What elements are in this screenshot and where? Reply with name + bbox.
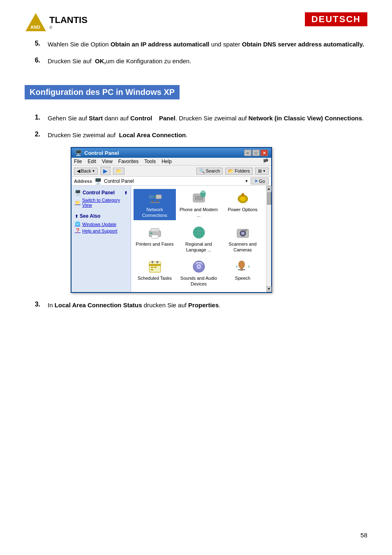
address-label: Address bbox=[74, 179, 92, 184]
cp-minimize-button[interactable]: − bbox=[244, 150, 251, 156]
cp-logo-flag: 🏴 bbox=[263, 159, 269, 164]
menu-tools[interactable]: Tools bbox=[144, 159, 156, 164]
cp-toolbar: ◀ Back ▼ ▶ 📁 🔍 Search 📂 Folders ⊞ ▼ bbox=[71, 166, 271, 177]
back-dropdown-icon: ▼ bbox=[92, 169, 95, 173]
logo-registered: ® bbox=[49, 25, 88, 30]
folders-button[interactable]: 📂 Folders bbox=[225, 168, 253, 175]
cp-item-regional-language[interactable]: Regional and Language ... bbox=[178, 223, 220, 255]
svg-rect-38 bbox=[239, 261, 244, 268]
windows-update-link[interactable]: 🌐 Windows Update bbox=[75, 221, 127, 227]
help-icon: ❓ bbox=[75, 228, 81, 233]
scroll-thumb[interactable] bbox=[267, 192, 271, 205]
step-2: 2. Drucken Sie zweimal auf Local Area Co… bbox=[25, 130, 367, 140]
svg-rect-31 bbox=[149, 264, 161, 266]
svg-rect-30 bbox=[157, 261, 158, 263]
cp-sidebar-icon: 🖥️ bbox=[75, 190, 81, 196]
sounds-audio-label: Sounds and Audio Devices bbox=[179, 275, 218, 287]
svg-rect-8 bbox=[155, 202, 160, 203]
svg-rect-18 bbox=[150, 233, 152, 234]
back-label: Back bbox=[81, 168, 91, 173]
menu-help[interactable]: Help bbox=[161, 159, 172, 164]
cp-item-power-options[interactable]: Power Options bbox=[221, 189, 264, 220]
scroll-up-button[interactable]: ▲ bbox=[267, 186, 272, 191]
step-2-text: Drucken Sie zweimal auf Local Area Conne… bbox=[48, 130, 367, 140]
forward-button[interactable]: ▶ bbox=[100, 167, 111, 175]
cp-menubar: File Edit View Favorites Tools Help 🏴 bbox=[71, 158, 271, 166]
scheduled-tasks-icon bbox=[148, 259, 162, 274]
step-5-text: Wahlen Sie die Option Obtain an IP addre… bbox=[48, 39, 367, 49]
switch-category-view-link[interactable]: 📁 Switch to Category View bbox=[75, 198, 127, 207]
step-5-number: 5. bbox=[25, 39, 40, 47]
svg-rect-2 bbox=[148, 195, 154, 199]
cp-item-printers-faxes[interactable]: Printers and Faxes bbox=[134, 223, 176, 255]
control-panel-window: 🖥️ Control Panel − □ ✕ File Edit View Fa… bbox=[71, 147, 272, 293]
cp-close-button[interactable]: ✕ bbox=[261, 150, 268, 156]
step-6-number: 6. bbox=[25, 56, 40, 64]
svg-rect-40 bbox=[238, 269, 245, 270]
printers-faxes-icon bbox=[148, 225, 162, 240]
address-icon: 🖥️ bbox=[95, 178, 101, 184]
step-1-number: 1. bbox=[25, 113, 40, 121]
menu-file[interactable]: File bbox=[74, 159, 82, 164]
cp-item-sounds-audio[interactable]: Sounds and Audio Devices bbox=[178, 258, 220, 289]
cp-maximize-button[interactable]: □ bbox=[252, 150, 260, 156]
svg-rect-34 bbox=[151, 269, 153, 270]
forward-icon: ▶ bbox=[103, 168, 108, 174]
back-button[interactable]: ◀ Back ▼ bbox=[74, 168, 98, 175]
power-options-icon bbox=[235, 191, 250, 205]
go-arrow-icon: ➤ bbox=[254, 178, 258, 184]
cp-titlebar-left: 🖥️ Control Panel bbox=[75, 150, 119, 156]
cp-sidebar-collapse-icon[interactable]: ⬆ bbox=[124, 191, 127, 195]
svg-rect-4 bbox=[153, 196, 157, 197]
menu-favorites[interactable]: Favorites bbox=[118, 159, 138, 164]
view-icon: ⊞ bbox=[258, 168, 262, 174]
step-2-number: 2. bbox=[25, 130, 40, 138]
scroll-down-button[interactable]: ▼ bbox=[267, 286, 272, 292]
cp-titlebar: 🖥️ Control Panel − □ ✕ bbox=[71, 148, 271, 158]
folders-up-button[interactable]: 📁 bbox=[113, 168, 125, 175]
step-3-number: 3. bbox=[25, 300, 40, 308]
cp-address-bar: Address 🖥️ Control Panel ▼ ➤ Go bbox=[71, 177, 271, 186]
cp-item-network-connections[interactable]: Network Connections bbox=[134, 189, 176, 220]
menu-view[interactable]: View bbox=[102, 159, 113, 164]
power-options-label: Power Options bbox=[228, 207, 257, 212]
search-button[interactable]: 🔍 Search bbox=[196, 168, 223, 175]
logo-text-block: TLANTIS ® bbox=[49, 15, 88, 30]
cp-sidebar: 🖥️ Control Panel ⬆ 📁 Switch to Category … bbox=[71, 186, 131, 292]
step-1: 1. Gehen Sie auf Start dann auf Control … bbox=[25, 113, 367, 123]
cp-item-phone-modem[interactable]: Phone and Modem ... bbox=[178, 189, 220, 220]
svg-rect-16 bbox=[151, 228, 159, 232]
help-support-link[interactable]: ❓ Help and Support bbox=[75, 228, 127, 233]
svg-rect-6 bbox=[157, 200, 158, 202]
step-6-text: Drucken Sie auf OK,um die Konfiguration … bbox=[48, 56, 367, 66]
step-5: 5. Wahlen Sie die Option Obtain an IP ad… bbox=[25, 39, 367, 49]
cp-main-grid: Network Connections Phone and Modem ... bbox=[131, 186, 266, 292]
cp-sidebar-title-text: Control Panel bbox=[83, 190, 115, 196]
cp-item-scanners-cameras[interactable]: Scanners and Cameras bbox=[221, 223, 264, 255]
cp-title-text: Control Panel bbox=[84, 150, 119, 156]
svg-rect-32 bbox=[151, 267, 153, 268]
scheduled-tasks-label: Scheduled Tasks bbox=[138, 275, 172, 281]
view-toggle-button[interactable]: ⊞ ▼ bbox=[255, 168, 269, 175]
menu-edit[interactable]: Edit bbox=[88, 159, 96, 164]
see-also-title: ⬆ See Also bbox=[75, 213, 127, 219]
cp-item-scheduled-tasks[interactable]: Scheduled Tasks bbox=[134, 258, 176, 289]
svg-rect-33 bbox=[154, 267, 157, 268]
address-value[interactable]: Control Panel bbox=[104, 178, 242, 184]
cp-title-icon: 🖥️ bbox=[75, 150, 82, 156]
search-label: Search bbox=[206, 168, 220, 173]
network-connections-label: Network Connections bbox=[135, 207, 174, 219]
sounds-audio-icon bbox=[191, 259, 206, 274]
step-1-text: Gehen Sie auf Start dann auf Control Pan… bbox=[48, 113, 367, 123]
cp-item-speech[interactable]: Speech bbox=[221, 258, 264, 289]
step-6: 6. Drucken Sie auf OK,um die Konfigurati… bbox=[25, 56, 367, 66]
cp-scrollbar[interactable]: ▲ ▼ bbox=[266, 186, 271, 292]
go-button[interactable]: ➤ Go bbox=[251, 177, 269, 184]
svg-rect-5 bbox=[152, 200, 153, 202]
svg-point-37 bbox=[198, 266, 200, 267]
address-dropdown-icon[interactable]: ▼ bbox=[244, 179, 248, 183]
scanners-cameras-label: Scanners and Cameras bbox=[223, 241, 262, 253]
view-dropdown-icon: ▼ bbox=[263, 169, 266, 173]
help-support-label: Help and Support bbox=[82, 228, 118, 233]
regional-language-icon bbox=[191, 225, 206, 240]
